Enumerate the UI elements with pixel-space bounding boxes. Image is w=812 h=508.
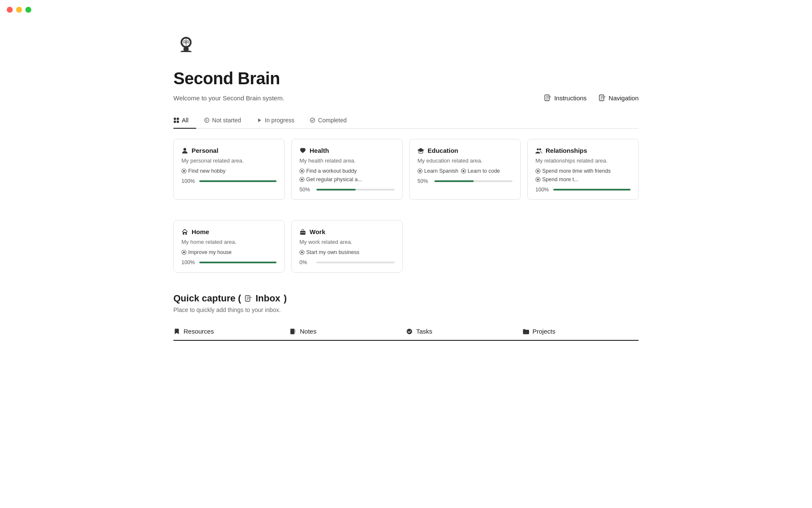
area-cards-row1: Personal My personal related area. Find …	[173, 139, 639, 200]
personal-bar-fill	[199, 180, 277, 182]
svg-rect-7	[177, 118, 179, 120]
bottom-tab-tasks[interactable]: Tasks	[406, 323, 522, 341]
notes-icon	[290, 328, 296, 335]
navigation-icon	[598, 94, 606, 102]
bottom-tab-notes[interactable]: Notes	[290, 323, 406, 341]
svg-rect-1	[184, 47, 189, 51]
card-home-desc: My home related area.	[181, 239, 277, 245]
not-started-icon	[204, 117, 210, 123]
goal-icon	[535, 177, 540, 182]
card-education-title: Education	[428, 147, 458, 154]
svg-point-19	[301, 179, 303, 181]
svg-point-34	[183, 251, 185, 254]
tab-all-label: All	[182, 117, 189, 124]
goal-health-1: Find a workout buddy	[299, 168, 357, 174]
svg-point-22	[419, 170, 421, 172]
relationships-bar-bg	[553, 189, 631, 190]
navigation-link[interactable]: Navigation	[598, 94, 639, 102]
svg-point-17	[301, 170, 303, 172]
goal-icon	[181, 168, 187, 174]
card-work-header: Work	[299, 228, 395, 235]
tab-not-started[interactable]: Not started	[204, 113, 249, 129]
notes-tab-label: Notes	[300, 328, 316, 335]
health-pct: 50%	[299, 187, 312, 193]
instructions-link[interactable]: Instructions	[544, 94, 587, 102]
card-relationships-progress: 100%	[535, 187, 631, 193]
tab-in-progress-label: In progress	[265, 117, 294, 124]
home-pct: 100%	[181, 260, 195, 265]
work-bar-bg	[316, 262, 395, 263]
bottom-tab-resources[interactable]: Resources	[173, 323, 290, 341]
relationships-pct: 100%	[535, 187, 549, 193]
card-relationships-header: Relationships	[535, 147, 631, 154]
relationships-bar-fill	[553, 189, 631, 190]
svg-rect-40	[291, 329, 295, 334]
svg-rect-8	[174, 121, 176, 123]
card-relationships-desc: My relationships related area.	[535, 157, 631, 164]
tabs-row: All Not started In progress Completed	[173, 113, 639, 129]
brain-icon	[173, 34, 639, 61]
svg-marker-11	[258, 119, 261, 122]
svg-point-38	[301, 251, 303, 254]
bottom-tab-projects[interactable]: Projects	[522, 323, 639, 341]
person-icon	[181, 147, 188, 154]
all-icon	[173, 117, 179, 123]
goal-icon	[299, 168, 304, 174]
tab-completed[interactable]: Completed	[310, 113, 354, 129]
tab-completed-label: Completed	[318, 117, 347, 124]
card-work[interactable]: Work My work related area. Start my own …	[291, 220, 403, 273]
instructions-icon	[544, 94, 551, 102]
card-work-goals: Start my own business	[299, 249, 395, 255]
card-personal-progress: 100%	[181, 178, 277, 184]
goal-icon	[535, 168, 540, 174]
svg-point-13	[184, 148, 186, 150]
svg-rect-6	[174, 118, 176, 120]
card-health[interactable]: Health My health related area. Find a wo…	[291, 139, 403, 200]
card-education-progress: 50%	[417, 178, 513, 184]
goal-education-2: Learn to code	[461, 168, 500, 174]
health-bar-bg	[316, 189, 395, 190]
svg-point-26	[539, 148, 541, 150]
traffic-lights	[7, 7, 31, 13]
maximize-button[interactable]	[25, 7, 31, 13]
card-relationships-goals: Spend more time with friends Spend more …	[535, 168, 631, 182]
graduation-icon	[417, 147, 424, 154]
goal-personal-1: Find new hobby	[181, 168, 225, 174]
quick-capture-section: Quick capture ( Inbox ) Place to quickly…	[173, 293, 639, 341]
svg-point-30	[537, 179, 539, 181]
card-health-desc: My health related area.	[299, 157, 395, 164]
card-home[interactable]: Home My home related area. Improve my ho…	[173, 220, 285, 273]
heart-icon	[299, 147, 306, 154]
card-relationships[interactable]: Relationships My relationships related a…	[527, 139, 639, 200]
card-health-progress: 50%	[299, 187, 395, 193]
projects-tab-label: Projects	[532, 328, 555, 335]
tasks-tab-label: Tasks	[416, 328, 432, 335]
close-button[interactable]	[7, 7, 13, 13]
card-education[interactable]: Education My education related area. Lea…	[409, 139, 521, 200]
navigation-label: Navigation	[609, 94, 639, 102]
tab-all[interactable]: All	[173, 113, 196, 129]
card-education-goals: Learn Spanish Learn to code	[417, 168, 513, 174]
svg-point-28	[537, 170, 539, 172]
folder-icon	[522, 328, 529, 335]
svg-marker-20	[417, 148, 424, 152]
goal-icon	[299, 250, 304, 255]
bookmark-icon	[173, 328, 180, 335]
minimize-button[interactable]	[16, 7, 22, 13]
svg-point-10	[204, 118, 209, 123]
section-subtitle: Place to quickly add things to your inbo…	[173, 306, 639, 313]
goal-relationships-1: Spend more time with friends	[535, 168, 611, 174]
card-personal[interactable]: Personal My personal related area. Find …	[173, 139, 285, 200]
goal-icon	[299, 177, 304, 182]
main-container: Second Brain Welcome to your Second Brai…	[131, 0, 681, 366]
card-home-header: Home	[181, 228, 277, 235]
personal-pct: 100%	[181, 178, 195, 184]
in-progress-icon	[256, 117, 262, 123]
tab-in-progress[interactable]: In progress	[256, 113, 302, 129]
goal-icon	[417, 168, 422, 174]
card-health-title: Health	[310, 147, 329, 154]
subtitle-text: Welcome to your Second Brain system.	[173, 94, 284, 102]
health-bar-fill	[316, 189, 356, 190]
check-circle-icon	[406, 328, 413, 335]
card-education-desc: My education related area.	[417, 157, 513, 164]
